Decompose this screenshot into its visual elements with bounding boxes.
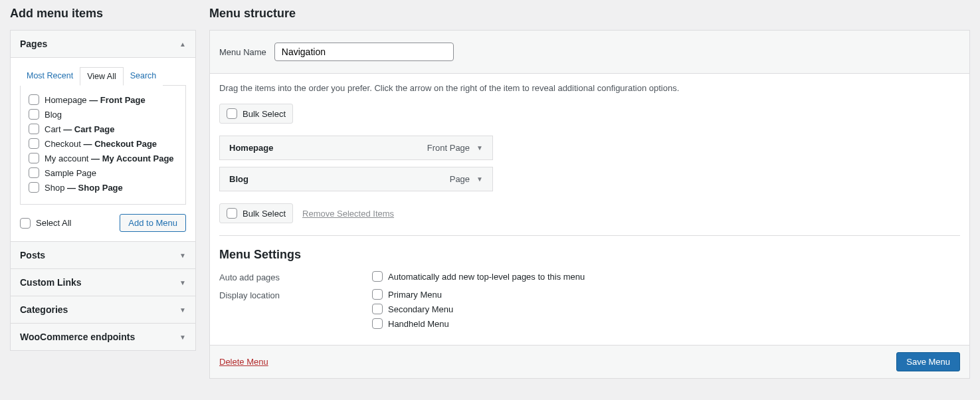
tab-search[interactable]: Search xyxy=(124,67,163,86)
page-checkbox[interactable] xyxy=(29,153,39,163)
menu-item-type: Front Page xyxy=(427,143,470,153)
list-item: Checkout — Checkout Page xyxy=(29,136,177,151)
add-to-menu-button[interactable]: Add to Menu xyxy=(120,214,186,232)
bulk-select-label: Bulk Select xyxy=(243,109,286,119)
caret-down-icon[interactable]: ▼ xyxy=(476,144,483,151)
delete-menu-link[interactable]: Delete Menu xyxy=(219,357,268,367)
location-checkbox[interactable] xyxy=(372,289,383,300)
pages-tabs: Most Recent View All Search xyxy=(20,67,186,86)
page-name: Homepage xyxy=(45,95,87,105)
caret-down-icon: ▼ xyxy=(179,306,186,314)
bulk-select-checkbox[interactable] xyxy=(227,108,237,119)
page-checkbox[interactable] xyxy=(29,94,39,105)
menu-settings-heading: Menu Settings xyxy=(219,248,960,262)
pages-list: Homepage — Front Page Blog Cart — Cart P… xyxy=(29,92,177,195)
caret-up-icon: ▲ xyxy=(179,41,186,48)
auto-add-checkbox[interactable] xyxy=(372,271,383,282)
caret-down-icon: ▼ xyxy=(179,334,186,341)
menu-items-list: Homepage Front Page▼ Blog Page▼ xyxy=(219,136,960,191)
location-checkbox[interactable] xyxy=(372,304,383,314)
page-suffix: — My Account Page xyxy=(88,153,173,163)
accordion-custom-links-header[interactable]: Custom Links ▼ xyxy=(11,269,195,296)
bulk-select-label: Bulk Select xyxy=(243,209,286,219)
list-item: Homepage — Front Page xyxy=(29,92,177,107)
location-option[interactable]: Handheld Menu xyxy=(372,318,453,329)
page-checkbox[interactable] xyxy=(29,124,39,134)
auto-add-text: Automatically add new top-level pages to… xyxy=(388,272,585,282)
list-item: Blog xyxy=(29,107,177,122)
display-location-label: Display location xyxy=(219,289,345,329)
auto-add-label: Auto add pages xyxy=(219,271,345,282)
instructions-text: Drag the items into the order you prefer… xyxy=(219,83,960,93)
page-suffix: — Front Page xyxy=(87,95,146,105)
select-all-label: Select All xyxy=(36,218,71,228)
bulk-select-bottom[interactable]: Bulk Select xyxy=(219,203,293,223)
add-menu-items-heading: Add menu items xyxy=(10,7,196,21)
list-item: Sample Page xyxy=(29,165,177,180)
caret-down-icon: ▼ xyxy=(179,279,186,286)
menu-name-label: Menu Name xyxy=(219,47,266,57)
page-name: Shop xyxy=(45,183,64,193)
bulk-select-top[interactable]: Bulk Select xyxy=(219,104,293,124)
remove-selected-link[interactable]: Remove Selected Items xyxy=(302,209,394,219)
accordion-categories-title: Categories xyxy=(20,304,68,315)
page-checkbox[interactable] xyxy=(29,167,39,178)
accordion-categories-header[interactable]: Categories ▼ xyxy=(11,296,195,323)
accordion-pages-header[interactable]: Pages ▲ xyxy=(11,31,195,57)
page-suffix: — Cart Page xyxy=(61,124,115,134)
page-checkbox[interactable] xyxy=(29,109,39,120)
auto-add-option[interactable]: Automatically add new top-level pages to… xyxy=(372,271,585,282)
page-name: Cart xyxy=(45,124,61,134)
menu-item-title: Blog xyxy=(229,174,248,184)
page-suffix: — Checkout Page xyxy=(81,139,157,149)
location-text: Primary Menu xyxy=(388,290,442,300)
accordion-posts-header[interactable]: Posts ▼ xyxy=(11,242,195,268)
menu-item[interactable]: Blog Page▼ xyxy=(219,167,493,191)
menu-name-input[interactable] xyxy=(274,43,454,61)
separator xyxy=(219,235,960,236)
accordion-custom-links-title: Custom Links xyxy=(20,277,82,288)
list-item: My account — My Account Page xyxy=(29,151,177,165)
menu-panel: Menu Name Drag the items into the order … xyxy=(209,30,970,379)
accordion-pages-title: Pages xyxy=(20,39,47,49)
page-name: Blog xyxy=(45,110,62,120)
page-suffix: — Shop Page xyxy=(64,183,122,193)
save-menu-button[interactable]: Save Menu xyxy=(896,352,960,371)
accordion-woocommerce-title: WooCommerce endpoints xyxy=(20,332,135,342)
accordion-woocommerce-header[interactable]: WooCommerce endpoints ▼ xyxy=(11,324,195,350)
page-name: My account xyxy=(45,153,88,163)
menu-item-type: Page xyxy=(450,174,470,184)
list-item: Cart — Cart Page xyxy=(29,122,177,136)
page-name: Checkout xyxy=(45,139,81,149)
bulk-select-checkbox[interactable] xyxy=(227,208,237,219)
location-text: Handheld Menu xyxy=(388,319,449,329)
page-name: Sample Page xyxy=(45,168,96,178)
select-all-checkbox[interactable] xyxy=(20,218,31,229)
add-items-accordion: Pages ▲ Most Recent View All Search Home… xyxy=(10,30,196,351)
location-text: Secondary Menu xyxy=(388,304,453,314)
page-checkbox[interactable] xyxy=(29,138,39,149)
tab-most-recent[interactable]: Most Recent xyxy=(20,67,80,86)
caret-down-icon: ▼ xyxy=(179,252,186,259)
menu-item[interactable]: Homepage Front Page▼ xyxy=(219,136,493,160)
location-checkbox[interactable] xyxy=(372,318,383,329)
location-option[interactable]: Primary Menu xyxy=(372,289,453,300)
list-item: Shop — Shop Page xyxy=(29,180,177,195)
menu-structure-heading: Menu structure xyxy=(209,7,970,21)
page-checkbox[interactable] xyxy=(29,182,39,193)
caret-down-icon[interactable]: ▼ xyxy=(476,175,483,183)
accordion-posts-title: Posts xyxy=(20,250,45,260)
menu-item-title: Homepage xyxy=(229,143,273,153)
tab-view-all[interactable]: View All xyxy=(80,67,124,86)
location-option[interactable]: Secondary Menu xyxy=(372,304,453,314)
